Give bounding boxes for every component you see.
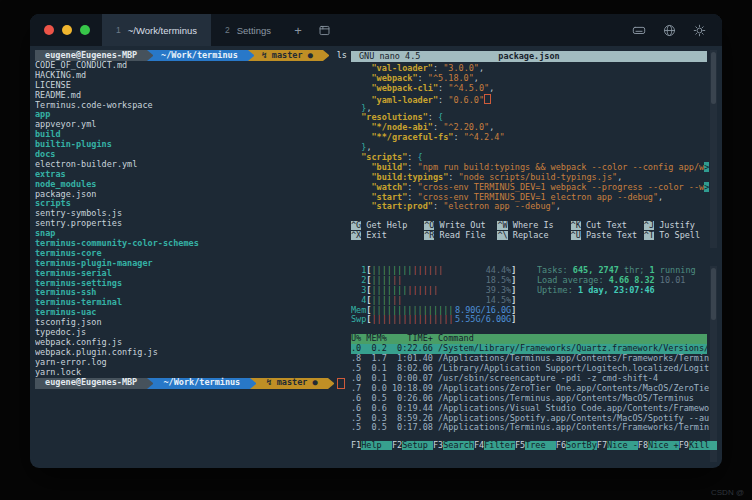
nano-shortcut: ^G Get Help (351, 221, 424, 231)
file-entry: LICENSE (35, 81, 347, 91)
window-controls (30, 14, 102, 46)
tab-label: ~/Work/terminus (128, 25, 197, 36)
text-cursor (337, 378, 345, 389)
htop-fkey-F7: F7Nice - (597, 441, 638, 451)
globe-icon[interactable] (656, 24, 682, 37)
shell-terminal-pane[interactable]: eugene@Eugenes-MBP ~/Work/terminus ↯ mas… (35, 50, 347, 462)
tab-settings[interactable]: 2 Settings (211, 14, 285, 46)
htop-summary-line: Uptime: 1 day, 23:07:46 (537, 286, 696, 296)
file-entry: HACKING.md (35, 71, 347, 81)
process-row: .5 0.3 8:59.26 /Applications/Spotify.app… (351, 414, 717, 424)
nano-line: "**/graceful-fs": "^4.2.4" (351, 133, 717, 143)
meter-line: Swp[||||||||||||||||5.55G/6.00G] (351, 315, 529, 325)
powerline-arrow-icon (323, 50, 327, 61)
nano-shortcut: ^W Where Is (497, 221, 570, 231)
htop-terminal-pane[interactable]: 1[||||||||||||||44.4%] 2[||||||18.5%] 3[… (351, 266, 717, 462)
process-row: .6 0.6 0:19.44 /Applications/Visual Stud… (351, 404, 717, 414)
htop-fkey-F8: F8Nice + (638, 441, 679, 451)
file-entry: yarn.lock (35, 368, 347, 378)
process-row: .8 1.7 1:01.40 /Applications/Terminus.ap… (351, 354, 717, 364)
tab-work-terminus[interactable]: 1 ~/Work/terminus (102, 14, 211, 46)
nano-shortcut: ^X Exit (351, 231, 424, 241)
nano-line: "webpack-cli": "^4.5.0", (351, 84, 717, 94)
tab-number: 1 (116, 25, 121, 35)
prompt-path-segment: ~/Work/terminus (151, 50, 248, 61)
cpu-memory-meters: 1[||||||||||||||44.4%] 2[||||||18.5%] 3[… (351, 266, 529, 325)
zoom-window-button[interactable] (80, 25, 90, 35)
keyboard-icon[interactable] (626, 23, 652, 37)
tab-bar: 1 ~/Work/terminus 2 Settings + (30, 14, 722, 46)
process-row: .6 0.5 0:26.06 /Applications/Terminus.ap… (351, 394, 717, 404)
prompt-git-segment: ↯ master ● (256, 378, 327, 389)
nano-terminal-pane[interactable]: GNU nano 4.5 package.json "val-loader": … (351, 50, 717, 248)
nano-line: "start:prod": "electron app --debug", (351, 202, 717, 212)
scrollbar-thumb[interactable] (711, 268, 716, 320)
file-entry: electron-builder.yml (35, 160, 347, 170)
file-entry: appveyor.yml (35, 120, 347, 130)
nano-shortcut: ^J Justify (644, 221, 717, 231)
htop-fkey-F3: F3Search (433, 441, 474, 451)
powerline-arrow-icon (147, 50, 151, 61)
prompt-git-segment: ↯ master ● (252, 50, 323, 61)
nano-editor-content: "val-loader": "3.0.0", "webpack": "^5.18… (351, 64, 717, 212)
scrollbar[interactable] (710, 50, 717, 248)
scrollbar-thumb[interactable] (711, 52, 716, 104)
powerline-arrow-icon (250, 378, 256, 389)
process-row-selected: .0 0.2 0:22.66 /System/Library/Framework… (351, 344, 707, 354)
file-entry: package.json (35, 190, 347, 200)
tab-number: 2 (225, 25, 230, 35)
prompt-user-segment: eugene@Eugenes-MBP (35, 378, 147, 389)
process-row: .5 0.5 0:17.08 /Applications/Terminus.ap… (351, 423, 717, 433)
powerline-arrow-icon (248, 50, 252, 61)
htop-fkey-F4: F4Filter (474, 441, 515, 451)
scrollbar[interactable] (710, 266, 717, 462)
htop-summary: Tasks: 645, 2747 thr; 1 runningLoad aver… (537, 266, 696, 325)
directory-entry: builtin-plugins (35, 140, 347, 150)
process-row: .5 0.1 8:02.06 /Library/Application Supp… (351, 364, 717, 374)
titlebar-actions (626, 14, 712, 46)
terminal-area: eugene@Eugenes-MBP ~/Work/terminus ↯ mas… (30, 46, 722, 468)
shell-prompt-line: eugene@Eugenes-MBP ~/Work/terminus ↯ mas… (35, 378, 347, 389)
gear-icon[interactable] (686, 24, 712, 37)
nano-line: "yaml-loader": "0.6.0" (351, 94, 717, 104)
htop-fkey-F2: F2Setup (392, 441, 433, 451)
new-tab-button[interactable]: + (285, 14, 311, 46)
prompt-path-segment: ~/Work/terminus (153, 378, 250, 389)
file-entry: sentry.properties (35, 219, 347, 229)
nano-filename: package.json (351, 52, 707, 62)
typed-command: ls (327, 51, 347, 61)
nano-shortcut-bar: ^G Get Help^O Write Out^W Where Is^K Cut… (351, 221, 717, 241)
process-row: .7 0.0 10:18.09 /Applications/ZeroTier O… (351, 384, 717, 394)
terminus-app-window: 1 ~/Work/terminus 2 Settings + (30, 14, 722, 468)
nano-titlebar: GNU nano 4.5 package.json (351, 51, 707, 62)
desktop-background: 1 ~/Work/terminus 2 Settings + (0, 0, 752, 500)
process-table: .0 0.2 0:22.66 /System/Library/Framework… (351, 344, 717, 433)
file-entry: yarn-error.log (35, 358, 347, 368)
nano-shortcut: ^O Write Out (424, 221, 497, 231)
htop-function-key-bar: F1Help F2Setup F3SearchF4FilterF5Tree F6… (351, 441, 717, 451)
process-table-header: U% MEM% TIME+ Command (351, 334, 707, 344)
close-window-button[interactable] (44, 25, 54, 35)
htop-fkey-F5: F5Tree (515, 441, 556, 451)
profiles-icon[interactable] (311, 14, 337, 46)
nano-shortcut: ^R Read File (424, 231, 497, 241)
nano-shortcut: ^\ Replace (497, 231, 570, 241)
htop-fkey-F6: F6SortBy (556, 441, 597, 451)
ls-output: CODE_OF_CONDUCT.mdHACKING.mdLICENSEREADM… (35, 61, 347, 378)
file-entry: Terminus.code-workspace (35, 101, 347, 111)
watermark: CSDN @ (711, 488, 744, 497)
powerline-arrow-icon (328, 378, 334, 389)
powerline-arrow-icon (147, 378, 153, 389)
nano-shortcut: ^U Paste Text (571, 231, 644, 241)
tab-label: Settings (237, 25, 271, 36)
text-cursor (484, 94, 491, 104)
nano-shortcut: ^K Cut Text (571, 221, 644, 231)
nano-shortcut: ^T To Spell (644, 231, 717, 241)
htop-fkey-F1: F1Help (351, 441, 392, 451)
minimize-window-button[interactable] (62, 25, 72, 35)
process-row: .0 0.1 0:00.07 /usr/sbin/screencapture -… (351, 374, 717, 384)
